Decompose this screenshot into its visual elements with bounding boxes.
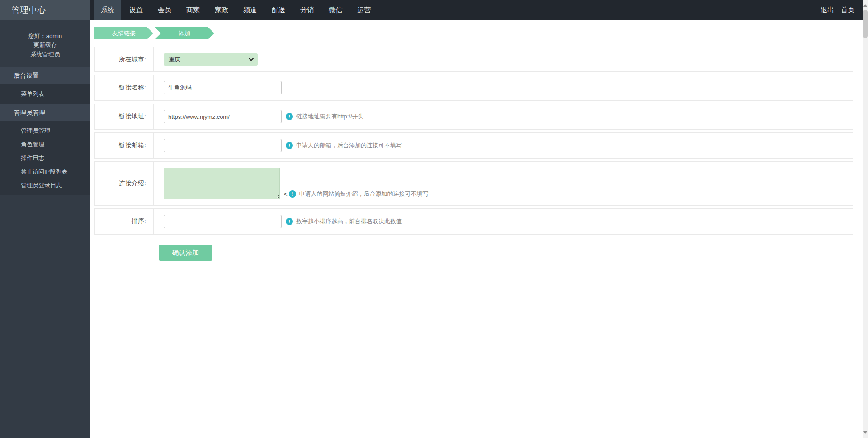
sidebar-panel-backend-settings: 菜单列表 (0, 84, 90, 104)
main-content: 友情链接 添加 所在城市: 重庆 链接名称: 链接地址: ! 链接地址需要有ht… (90, 20, 863, 438)
nav-right: 退出 首页 (821, 0, 863, 20)
nav-item-system[interactable]: 系统 (94, 0, 121, 20)
city-label: 所在城市: (95, 47, 154, 71)
form-row-link-url: 链接地址: ! 链接地址需要有http://开头 (94, 104, 853, 130)
nav-item-channels[interactable]: 频道 (236, 0, 264, 20)
sort-order-input[interactable] (164, 215, 282, 228)
sidebar: 您好：admin 更新缓存 系统管理员 后台设置 菜单列表 管理员管理 管理员管… (0, 20, 90, 438)
info-icon: ! (286, 142, 293, 149)
city-select[interactable]: 重庆 (164, 53, 258, 66)
hint-prefix: < (284, 191, 288, 198)
window-scrollbar[interactable] (863, 0, 868, 438)
sort-order-hint: ! 数字越小排序越高，前台排名取决此数值 (286, 217, 402, 226)
form-row-link-name: 链接名称: (94, 75, 853, 101)
link-url-input[interactable] (164, 110, 282, 123)
hint-text: 申请人的邮箱，后台添加的连接可不填写 (296, 141, 402, 150)
link-email-hint: ! 申请人的邮箱，后台添加的连接可不填写 (286, 141, 402, 150)
nav-item-operations[interactable]: 运营 (350, 0, 377, 20)
sidebar-section-backend-settings[interactable]: 后台设置 (0, 67, 90, 84)
form-row-link-email: 链接邮箱: ! 申请人的邮箱，后台添加的连接可不填写 (94, 132, 853, 159)
link-name-label: 链接名称: (95, 75, 154, 100)
breadcrumb-tab-add[interactable]: 添加 (155, 27, 214, 39)
breadcrumb: 友情链接 添加 (94, 27, 853, 39)
app-logo: 管理中心 (0, 0, 90, 20)
nav-item-wechat[interactable]: 微信 (322, 0, 349, 20)
scroll-up-arrow-icon[interactable] (863, 4, 867, 7)
sidebar-panel-admin-management: 管理员管理 角色管理 操作日志 禁止访问IP段列表 管理员登录日志 (0, 121, 90, 195)
info-icon: ! (289, 190, 296, 198)
link-name-input[interactable] (164, 81, 282, 94)
scrollbar-thumb[interactable] (863, 10, 868, 38)
breadcrumb-tab-friend-links[interactable]: 友情链接 (94, 27, 153, 39)
logout-link[interactable]: 退出 (821, 6, 834, 14)
city-select-value: 重庆 (169, 56, 180, 64)
form-row-city: 所在城市: 重庆 (94, 47, 853, 72)
form-row-sort-order: 排序: ! 数字越小排序越高，前台排名取决此数值 (94, 208, 853, 235)
sort-order-label: 排序: (95, 209, 154, 234)
hint-text: 链接地址需要有http://开头 (296, 113, 364, 121)
nav-item-distribution[interactable]: 分销 (293, 0, 321, 20)
home-link[interactable]: 首页 (841, 6, 854, 14)
sidebar-item-admin-login-log[interactable]: 管理员登录日志 (0, 179, 90, 192)
nav-item-members[interactable]: 会员 (151, 0, 178, 20)
sidebar-item-blocked-ip-list[interactable]: 禁止访问IP段列表 (0, 165, 90, 179)
sidebar-item-admin-management[interactable]: 管理员管理 (0, 124, 90, 138)
chevron-down-icon (249, 58, 254, 61)
sidebar-item-operation-log[interactable]: 操作日志 (0, 151, 90, 165)
nav-items: 系统 设置 会员 商家 家政 频道 配送 分销 微信 运营 (94, 0, 379, 20)
scroll-down-arrow-icon[interactable] (863, 431, 867, 434)
sidebar-item-menu-list[interactable]: 菜单列表 (0, 87, 90, 101)
nav-item-merchants[interactable]: 商家 (179, 0, 207, 20)
link-email-input[interactable] (164, 139, 282, 152)
hint-text: 数字越小排序越高，前台排名取决此数值 (296, 217, 402, 226)
hint-text: 申请人的网站简短介绍，后台添加的连接可不填写 (299, 190, 429, 198)
system-admin-link[interactable]: 系统管理员 (0, 50, 90, 59)
link-description-hint: < ! 申请人的网站简短介绍，后台添加的连接可不填写 (284, 190, 429, 198)
nav-item-housekeeping[interactable]: 家政 (208, 0, 235, 20)
link-url-label: 链接地址: (95, 104, 154, 129)
sidebar-item-role-management[interactable]: 角色管理 (0, 138, 90, 151)
nav-item-delivery[interactable]: 配送 (265, 0, 292, 20)
sidebar-section-admin-management[interactable]: 管理员管理 (0, 104, 90, 121)
info-icon: ! (286, 218, 293, 225)
link-url-hint: ! 链接地址需要有http://开头 (286, 113, 364, 121)
greeting-text: 您好：admin (0, 32, 90, 41)
top-navbar: 管理中心 系统 设置 会员 商家 家政 频道 配送 分销 微信 运营 退出 首页 (0, 0, 863, 20)
refresh-cache-link[interactable]: 更新缓存 (0, 41, 90, 50)
link-description-label: 连接介绍: (95, 162, 154, 205)
link-email-label: 链接邮箱: (95, 133, 154, 158)
user-info: 您好：admin 更新缓存 系统管理员 (0, 20, 90, 67)
confirm-add-button[interactable]: 确认添加 (159, 245, 212, 261)
link-description-textarea[interactable] (164, 168, 280, 199)
nav-item-settings[interactable]: 设置 (123, 0, 150, 20)
form-row-link-description: 连接介绍: < ! 申请人的网站简短介绍，后台添加的连接可不填写 (94, 161, 853, 206)
info-icon: ! (286, 113, 293, 120)
